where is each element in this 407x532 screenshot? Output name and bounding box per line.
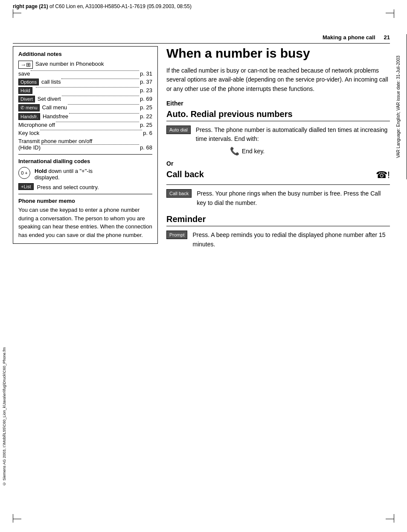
page-ref-divert: p. 69 xyxy=(140,96,152,102)
callback-row: Call back Press. Your phone rings when t… xyxy=(166,189,390,208)
hideid-sub: (Hide ID) xyxy=(18,144,41,151)
page-ref-hold: p. 23 xyxy=(140,87,152,94)
notes-box: Additional notes →⊞ Save number in Phone… xyxy=(13,46,158,244)
side-bar-text: VAR Language: English; VAR issue date: 3… xyxy=(396,56,401,158)
save-phonebook-label: Save number in Phonebook xyxy=(35,61,104,67)
right-column: When a number is busy If the called numb… xyxy=(166,46,390,254)
options-btn: Options xyxy=(18,79,39,85)
page-header-title: Making a phone call xyxy=(323,34,375,41)
page-ref-callmenu: p. 25 xyxy=(140,104,152,111)
end-key-icon: 📞 xyxy=(230,146,239,156)
page-header: Making a phone call 21 xyxy=(13,34,390,44)
phone-memo-title: Phone number memo xyxy=(18,198,152,204)
corner-vmark-tr xyxy=(394,9,394,18)
page-number: 21 xyxy=(384,34,390,41)
corner-mark-bl xyxy=(13,519,21,519)
callback-header: Call back ☎! xyxy=(166,170,390,181)
dotted-line-hold xyxy=(36,87,139,88)
notes-row-save: save p. 31 xyxy=(18,70,152,77)
notes-box-title: Additional notes xyxy=(18,51,152,57)
top-label-rest: of C60 Lion en, A31008-H5850-A1-1-7619 (… xyxy=(48,3,192,9)
reminder-section: Reminder Prompt Press. A beep reminds yo… xyxy=(166,214,390,249)
page-ref-micoff: p. 25 xyxy=(140,122,152,128)
intl-row-zero: 0 + Hold down until a "+"-isdisplayed. xyxy=(18,167,152,181)
page-ref-options: p. 37 xyxy=(140,79,152,85)
intl-text-list: Press and select country. xyxy=(37,183,99,190)
dotted-line-callmenu xyxy=(68,104,139,105)
intl-row-list: +List Press and select country. xyxy=(18,183,152,190)
zero-plus-icon: 0 + xyxy=(18,167,30,179)
intl-title: International dialling codes xyxy=(18,158,152,164)
auto-redial-row: Auto dial Press. The phone number is aut… xyxy=(166,126,390,156)
notes-row-save-icon: →⊞ Save number in Phonebook xyxy=(18,61,152,69)
auto-redial-text: Press. The phone number is automatically… xyxy=(196,126,388,143)
end-key-label: End key. xyxy=(242,148,265,155)
callback-icon: ☎! xyxy=(376,170,390,181)
or-label: Or xyxy=(166,160,390,167)
micoff-label: Microphone off xyxy=(18,122,55,128)
section-divider-memo xyxy=(18,194,152,194)
dotted-line-handsfree xyxy=(69,113,139,114)
left-footer: © Siemens AG 2003, I:\Mobil\L55\C60_Lion… xyxy=(0,336,9,498)
end-key-row: 📞 End key. xyxy=(230,146,390,156)
corner-vmark-tl xyxy=(13,9,13,18)
section-divider-intl xyxy=(18,154,152,155)
dotted-line-divert xyxy=(62,96,139,96)
left-footer-text: © Siemens AG 2003, I:\Mobil\L55\C60_Lion… xyxy=(2,348,6,486)
divert-btn: Divert xyxy=(18,96,35,102)
hold-btn: Hold xyxy=(18,87,32,94)
phonebook-icon: →⊞ xyxy=(18,61,33,69)
dotted-line-options xyxy=(61,79,139,79)
top-label-bold: right page (21) xyxy=(13,3,48,9)
top-metadata: right page (21) of C60 Lion en, A31008-H… xyxy=(13,3,394,9)
notes-row-hideid: Transmit phone number on/off (Hide ID) p… xyxy=(18,138,152,151)
callback-text: Press. Your phone rings when the busy nu… xyxy=(197,189,390,208)
notes-row-callmenu: ✆ menu Call menu p. 25 xyxy=(18,104,152,111)
page-ref-keylock: p. 6 xyxy=(143,130,152,136)
auto-redial-title: Auto. Redial previous numbers xyxy=(166,109,390,121)
page-ref-handsfree: p. 22 xyxy=(140,113,152,120)
notes-row-keylock: Key lock p. 6 xyxy=(18,130,152,136)
dotted-line-keylock xyxy=(40,130,142,130)
notes-row-hold: Hold p. 23 xyxy=(18,87,152,94)
notes-row-hideid-dots: (Hide ID) p. 68 xyxy=(18,144,152,151)
main-title: When a number is busy xyxy=(166,46,390,61)
intl-text-zero: Hold down until a "+"-isdisplayed. xyxy=(35,167,93,181)
notes-row-handsfree: Handsfr. Handsfree p. 22 xyxy=(18,113,152,120)
reminder-title: Reminder xyxy=(166,214,390,226)
callback-divider xyxy=(166,184,390,185)
dotted-line-hideid xyxy=(41,144,139,145)
either-label: Either xyxy=(166,100,390,107)
phone-memo-text: You can use the keypad to enter a phone … xyxy=(18,206,152,239)
page-ref-save: p. 31 xyxy=(140,70,152,77)
save-prefix: save xyxy=(18,70,30,77)
dotted-line-micoff xyxy=(56,122,139,122)
intro-text: If the called number is busy or can-not … xyxy=(166,66,390,94)
callmenu-btn: ✆ menu xyxy=(18,104,40,111)
reminder-row: Prompt Press. A beep reminds you to redi… xyxy=(166,231,390,249)
page-ref-hideid: p. 68 xyxy=(140,144,152,151)
keylock-label: Key lock xyxy=(18,130,39,136)
callmenu-label: Call menu xyxy=(42,104,67,111)
dotted-line-save xyxy=(31,70,139,71)
corner-vmark-bl xyxy=(13,514,13,523)
notes-row-options: Options call lists p. 37 xyxy=(18,79,152,85)
main-content: Additional notes →⊞ Save number in Phone… xyxy=(13,46,390,254)
auto-dial-btn: Auto dial xyxy=(166,126,191,134)
prompt-btn: Prompt xyxy=(166,231,187,239)
notes-row-divert: Divert Set divert p. 69 xyxy=(18,96,152,102)
list-btn: +List xyxy=(18,183,34,190)
handsfree-btn: Handsfr. xyxy=(18,113,40,120)
callback-title: Call back xyxy=(166,170,204,181)
side-bar: VAR Language: English; VAR issue date: 3… xyxy=(395,34,407,179)
corner-mark-br xyxy=(386,519,394,519)
handsfree-label: Handsfree xyxy=(43,113,68,120)
callback-btn: Call back xyxy=(166,189,192,198)
hideid-label: Transmit phone number on/off xyxy=(18,138,92,144)
reminder-text: Press. A beep reminds you to redial the … xyxy=(192,231,390,249)
corner-mark-tl xyxy=(13,13,21,13)
auto-redial-content: Press. The phone number is automatically… xyxy=(196,126,390,156)
corner-vmark-br xyxy=(394,514,394,523)
corner-mark-tr xyxy=(386,13,394,13)
options-label: call lists xyxy=(41,79,61,85)
